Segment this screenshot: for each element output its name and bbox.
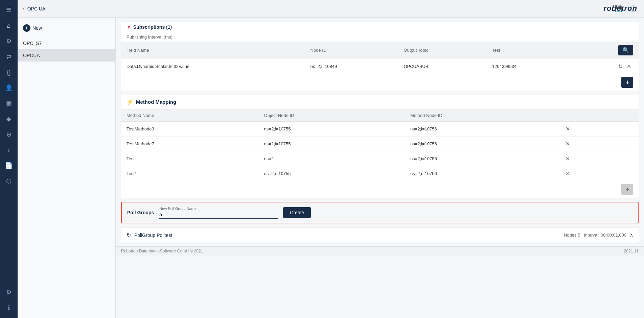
user-settings-icon[interactable]: ⚙ bbox=[2, 286, 16, 299]
object-node-id-cell: ns=2;i=10755 bbox=[259, 137, 405, 151]
col-actions: 🔍 bbox=[575, 42, 639, 59]
poll-name-group: New Poll Group Name bbox=[159, 206, 278, 219]
add-method-button[interactable]: + bbox=[621, 184, 633, 195]
method-node-id-cell: ns=2;i=10756 bbox=[405, 166, 558, 181]
method-node-id-cell: ns=2;i=10756 bbox=[405, 151, 558, 166]
sidebar-item-opcua[interactable]: OPCUA bbox=[18, 49, 115, 62]
method-node-id-cell: ns=2;i=10756 bbox=[405, 122, 558, 137]
right-panel: ▼ Subscriptions (1) Publishing Interval … bbox=[116, 18, 644, 318]
version-text: 2021.11 bbox=[624, 249, 639, 253]
method-table-header: Method Name Object Node ID Method Node I… bbox=[121, 109, 639, 122]
col-method-node-id: Method Node ID bbox=[405, 109, 558, 122]
footer: Robotron Datenbank-Software GmbH © 2021 … bbox=[116, 246, 644, 255]
bolt-icon: ⚡ bbox=[127, 99, 133, 105]
empty-row: + bbox=[121, 74, 639, 91]
add-subscription-button[interactable]: + bbox=[621, 77, 633, 88]
topbar: › OPC UA 💾 🕐 robotron bbox=[18, 0, 644, 18]
method-name-cell: TestMethode3 bbox=[121, 122, 259, 137]
method-name-cell: Test bbox=[121, 151, 259, 166]
remove-method-3-button[interactable]: ✕ bbox=[564, 170, 572, 177]
col-output-topic: Output Topic bbox=[398, 42, 486, 59]
search-button[interactable]: 🔍 bbox=[618, 45, 633, 55]
brand-logo: robotron bbox=[603, 4, 637, 13]
table-header-row: Field Name Node ID Output Topic Test 🔍 bbox=[121, 42, 639, 59]
home-icon[interactable]: ⌂ bbox=[2, 19, 16, 32]
col-node-id: Node ID bbox=[305, 42, 398, 59]
method-mapping-table: Method Name Object Node ID Method Node I… bbox=[121, 109, 639, 198]
breadcrumb-chevron: › bbox=[23, 6, 25, 11]
triangle-icon: ▼ bbox=[127, 24, 131, 30]
copyright-text: Robotron Datenbank-Software GmbH © 2021 bbox=[121, 249, 203, 253]
sidebar-item-opc-s7[interactable]: OPC_S7 bbox=[18, 37, 115, 49]
method-name-cell: Test1 bbox=[121, 166, 259, 181]
object-node-id-cell: ns=2;i=10755 bbox=[259, 122, 405, 137]
object-node-id-cell: ns=2;i=10755 bbox=[259, 166, 405, 181]
poll-groups-wrapper: Poll Groups New Poll Group Name Create bbox=[121, 202, 639, 223]
nodes-icon[interactable]: ⊕ bbox=[2, 128, 16, 141]
new-button[interactable]: + New bbox=[18, 22, 115, 34]
method-mapping-title: Method Mapping bbox=[136, 99, 176, 105]
col-object-node-id: Object Node ID bbox=[259, 109, 405, 122]
layers-icon[interactable]: ⬡ bbox=[2, 174, 16, 188]
table-row: Test ns=2 ns=2;i=10756 ✕ bbox=[121, 151, 639, 166]
main-wrapper: › OPC UA 💾 🕐 robotron + New OPC_S7 OPCUA bbox=[18, 0, 644, 318]
left-panel: + New OPC_S7 OPCUA bbox=[18, 18, 116, 318]
arrow-right-icon[interactable]: › bbox=[2, 143, 16, 157]
poll-groups-section: Poll Groups New Poll Group Name Create bbox=[121, 202, 639, 223]
poll-group-name-input[interactable] bbox=[159, 211, 278, 219]
refresh-icon[interactable]: ↻ bbox=[618, 63, 623, 70]
method-mapping-section: ⚡ Method Mapping Method Name Object Node… bbox=[121, 95, 639, 198]
code-icon[interactable]: {} bbox=[2, 66, 16, 79]
object-node-id-cell: ns=2 bbox=[259, 151, 405, 166]
poll-group-meta: Nodes 5 Interval: 00:00:01.000 bbox=[564, 233, 626, 238]
col-test: Test bbox=[487, 42, 575, 59]
breadcrumb-label: OPC UA bbox=[27, 6, 46, 11]
method-node-id-cell: ns=2;i=10756 bbox=[405, 137, 558, 151]
poll-name-label: New Poll Group Name bbox=[159, 206, 278, 211]
field-name-cell: Data.Dynamic.Scalar.Int32Value bbox=[121, 59, 305, 74]
sidebar: ☰ ⌂ ⚙ ⇄ {} 👤 ▦ ◆ ⊕ › 📄 ⬡ ⚙ ℹ bbox=[0, 0, 18, 318]
filter-icon[interactable]: ⚙ bbox=[2, 34, 16, 48]
new-button-label: New bbox=[32, 25, 42, 31]
poll-groups-row: Poll Groups New Poll Group Name Create bbox=[122, 202, 638, 223]
remove-method-1-button[interactable]: ✕ bbox=[564, 140, 572, 148]
table-row: TestMethode3 ns=2;i=10755 ns=2;i=10756 ✕ bbox=[121, 122, 639, 137]
table-row: Test1 ns=2;i=10755 ns=2;i=10756 ✕ bbox=[121, 166, 639, 181]
chevron-up-icon[interactable]: ∧ bbox=[630, 233, 633, 238]
poll-groups-label: Poll Groups bbox=[127, 210, 154, 215]
empty-method-row: + bbox=[121, 181, 639, 198]
table-row: Data.Dynamic.Scalar.Int32Value ns=2;i=10… bbox=[121, 59, 639, 74]
content-area: + New OPC_S7 OPCUA ▼ Subscriptions (1) bbox=[18, 18, 644, 318]
poll-group-name: PollGroup Polltest bbox=[134, 233, 172, 238]
table-row: TestMethode7 ns=2;i=10755 ns=2;i=10756 ✕ bbox=[121, 137, 639, 151]
grid-icon[interactable]: ▦ bbox=[2, 97, 16, 110]
remove-row-button[interactable]: ✕ bbox=[625, 63, 633, 70]
test-cell: 1204398534 bbox=[487, 59, 575, 74]
publishing-interval-label: Publishing Interval (ms) bbox=[121, 32, 639, 42]
node-id-cell: ns=2;i=10849 bbox=[305, 59, 398, 74]
subscriptions-header: ▼ Subscriptions (1) bbox=[121, 22, 639, 32]
subscriptions-section: ▼ Subscriptions (1) Publishing Interval … bbox=[121, 22, 639, 91]
refresh-poll-icon[interactable]: ↻ bbox=[127, 232, 131, 238]
row-actions: ↻ ✕ bbox=[575, 59, 639, 74]
create-poll-group-button[interactable]: Create bbox=[283, 207, 311, 218]
diamond-icon[interactable]: ◆ bbox=[2, 112, 16, 126]
output-topic-cell: OPCUASUB bbox=[398, 59, 486, 74]
remove-method-0-button[interactable]: ✕ bbox=[564, 125, 572, 133]
col-method-actions bbox=[558, 109, 639, 122]
share-icon[interactable]: ⇄ bbox=[2, 50, 16, 64]
method-name-cell: TestMethode7 bbox=[121, 137, 259, 151]
remove-method-2-button[interactable]: ✕ bbox=[564, 155, 572, 163]
col-field-name: Field Name bbox=[121, 42, 305, 59]
col-method-name: Method Name bbox=[121, 109, 259, 122]
method-mapping-header: ⚡ Method Mapping bbox=[121, 95, 639, 109]
poll-group-item: ↻ PollGroup Polltest Nodes 5 Interval: 0… bbox=[121, 227, 639, 242]
plus-circle-icon: + bbox=[23, 24, 30, 32]
file-icon[interactable]: 📄 bbox=[2, 159, 16, 172]
person-icon[interactable]: 👤 bbox=[2, 81, 16, 95]
subscriptions-title: ▼ Subscriptions (1) bbox=[127, 24, 172, 30]
breadcrumb: › OPC UA bbox=[23, 6, 45, 11]
menu-icon[interactable]: ☰ bbox=[2, 3, 16, 17]
info-icon[interactable]: ℹ bbox=[2, 301, 16, 315]
subscriptions-table: Field Name Node ID Output Topic Test 🔍 D… bbox=[121, 42, 639, 91]
